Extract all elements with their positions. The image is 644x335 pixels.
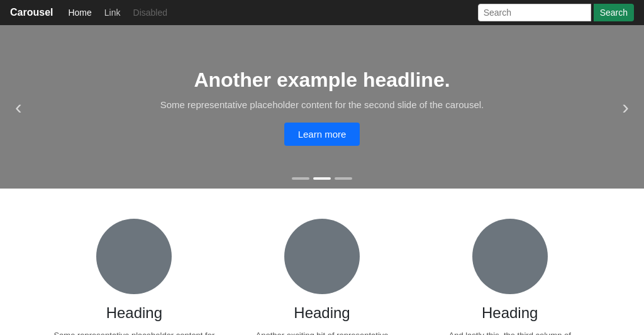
card-2-text: And lastly this, the third column of rep…	[426, 329, 594, 335]
search-button[interactable]: Search	[594, 4, 634, 21]
carousel-next-button[interactable]: ›	[617, 92, 634, 122]
carousel-learn-more-button[interactable]: Learn more	[284, 123, 360, 146]
card-2-heading: Heading	[482, 304, 538, 322]
card-0-heading: Heading	[106, 304, 162, 322]
card-0: Heading Some representative placeholder …	[50, 219, 218, 335]
cards-section: Heading Some representative placeholder …	[0, 189, 644, 335]
carousel-indicator-0[interactable]	[292, 177, 309, 180]
nav-link-home[interactable]: Home	[63, 5, 96, 20]
carousel-content: Another example headline. Some represent…	[160, 69, 484, 146]
carousel-prev-button[interactable]: ‹	[10, 92, 27, 122]
card-1-heading: Heading	[294, 304, 350, 322]
carousel-indicator-2[interactable]	[335, 177, 352, 180]
navbar: Carousel Home Link Disabled Search	[0, 0, 644, 25]
nav-links: Home Link Disabled	[63, 5, 477, 20]
carousel-subtext: Some representative placeholder content …	[160, 99, 484, 110]
nav-link-link[interactable]: Link	[99, 5, 126, 20]
nav-link-disabled: Disabled	[128, 5, 172, 20]
carousel-indicator-1[interactable]	[313, 177, 331, 180]
search-input[interactable]	[478, 4, 591, 21]
carousel: ‹ Another example headline. Some represe…	[0, 25, 644, 189]
carousel-headline: Another example headline.	[160, 69, 484, 92]
card-0-image	[96, 219, 172, 294]
card-2: Heading And lastly this, the third colum…	[426, 219, 594, 335]
carousel-indicators	[292, 177, 352, 180]
card-1: Heading Another exciting bit of represen…	[238, 219, 406, 335]
card-0-text: Some representative placeholder content …	[50, 329, 218, 335]
navbar-search: Search	[478, 4, 634, 21]
card-1-text: Another exciting bit of representative p…	[238, 329, 406, 335]
card-2-image	[472, 219, 548, 294]
navbar-brand[interactable]: Carousel	[10, 7, 53, 18]
card-1-image	[284, 219, 360, 294]
